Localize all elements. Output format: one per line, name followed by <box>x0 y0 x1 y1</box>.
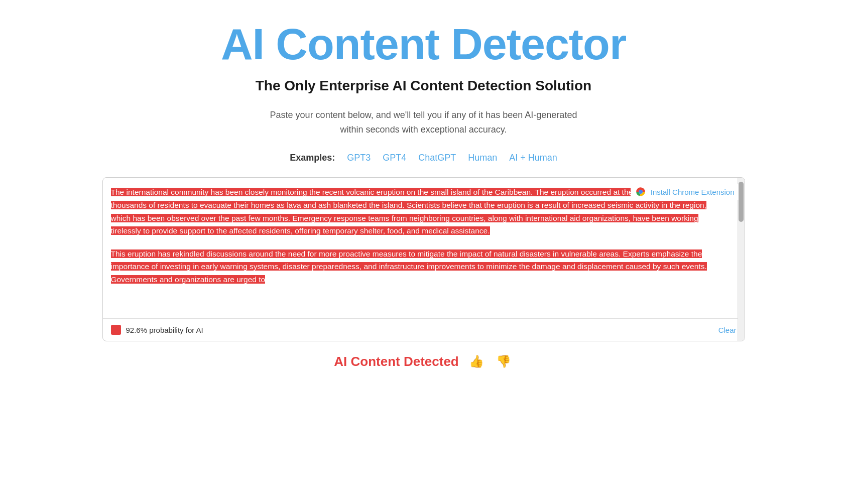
content-box: Install Chrome Extension The internation… <box>102 177 745 341</box>
example-gpt4[interactable]: GPT4 <box>383 153 406 163</box>
thumbup-icon: 👍 <box>469 354 484 368</box>
examples-label: Examples: <box>290 153 335 163</box>
highlighted-paragraph-1: The international community has been clo… <box>111 188 706 235</box>
example-human[interactable]: Human <box>468 153 497 163</box>
page-description: Paste your content below, and we'll tell… <box>102 108 745 137</box>
svg-point-1 <box>639 190 642 194</box>
examples-row: Examples: GPT3 GPT4 ChatGPT Human AI + H… <box>102 153 745 163</box>
clear-button[interactable]: Clear <box>718 326 737 334</box>
example-gpt3[interactable]: GPT3 <box>347 153 371 163</box>
page-subtitle: The Only Enterprise AI Content Detection… <box>102 78 745 94</box>
page-title: AI Content Detector <box>102 20 745 69</box>
thumbdown-icon: 👎 <box>496 354 511 368</box>
example-ai-human[interactable]: AI + Human <box>509 153 557 163</box>
chrome-extension-label[interactable]: Install Chrome Extension <box>651 188 735 196</box>
result-row: AI Content Detected 👍 👎 <box>102 353 745 369</box>
ai-indicator-square <box>111 325 121 335</box>
result-text: AI Content Detected <box>334 354 458 369</box>
paragraph-2: This eruption has rekindled discussions … <box>111 247 729 286</box>
chrome-extension-bar[interactable]: Install Chrome Extension <box>631 184 739 200</box>
bottom-bar: 92.6% probability for AI Clear <box>103 318 745 341</box>
page-container: AI Content Detector The Only Enterprise … <box>72 0 775 390</box>
scrollbar-thumb <box>739 182 744 222</box>
probability-text: 92.6% probability for AI <box>126 326 203 334</box>
example-chatgpt[interactable]: ChatGPT <box>418 153 456 163</box>
thumbdown-button[interactable]: 👎 <box>494 353 513 369</box>
highlighted-paragraph-2: This eruption has rekindled discussions … <box>111 249 707 284</box>
scrollbar[interactable] <box>738 178 745 341</box>
thumbup-button[interactable]: 👍 <box>467 353 486 369</box>
probability-indicator: 92.6% probability for AI <box>111 325 203 335</box>
chrome-icon <box>635 186 647 198</box>
